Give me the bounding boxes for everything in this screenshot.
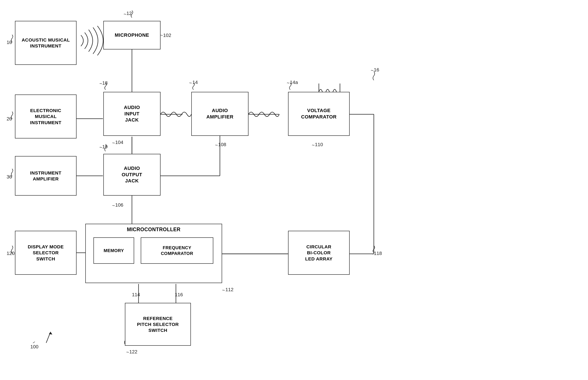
ref-squiggle-108: ~ <box>215 142 218 148</box>
ref-squiggle-19: ~ <box>99 145 102 150</box>
ref-squiggle-112: ~ <box>222 287 225 293</box>
instrument-amplifier-box: INSTRUMENTAMPLIFIER <box>15 156 77 196</box>
audio-input-jack-box: AUDIOINPUTJACK <box>103 92 160 136</box>
microphone-label: MICROPHONE <box>115 32 149 38</box>
acoustic-musical-instrument-box: ACOUSTIC MUSICAL INSTRUMENT <box>15 21 77 65</box>
ref-squiggle-106: ~ <box>112 203 115 209</box>
voltage-comparator-label: VOLTAGECOMPARATOR <box>301 108 336 120</box>
reference-pitch-label: REFERENCEPITCH SELECTORSWITCH <box>137 315 179 333</box>
audio-output-jack-box: AUDIOOUTPUTJACK <box>103 154 160 196</box>
audio-amplifier-box: AUDIOAMPLIFIER <box>191 92 249 136</box>
ref-110: 110 <box>315 142 323 148</box>
voltage-comparator-box: VOLTAGECOMPARATOR <box>288 92 350 136</box>
memory-box: MEMORY <box>94 237 134 264</box>
reference-pitch-selector-box: REFERENCEPITCH SELECTORSWITCH <box>125 303 191 346</box>
diagram-svg <box>0 0 588 380</box>
ref-squiggle-102: ~ <box>160 33 163 38</box>
ref-squiggle-14: ~ <box>189 80 192 86</box>
frequency-comparator-box: FREQUENCYCOMPARATOR <box>141 237 213 264</box>
memory-label: MEMORY <box>104 248 124 253</box>
microcontroller-label: MICROCONTROLLER <box>127 226 180 233</box>
frequency-comparator-label: FREQUENCYCOMPARATOR <box>161 245 193 256</box>
ref-104: 104 <box>115 140 123 145</box>
audio-input-jack-label: AUDIOINPUTJACK <box>124 104 140 123</box>
instrument-amplifier-label: INSTRUMENTAMPLIFIER <box>30 170 61 182</box>
electronic-musical-instrument-box: ELECTRONICMUSICALINSTRUMENT <box>15 95 77 138</box>
audio-output-jack-label: AUDIOOUTPUTJACK <box>122 165 142 184</box>
circular-led-array-box: CIRCULARBI-COLORLED ARRAY <box>288 231 350 275</box>
ref-12: 12 <box>126 11 132 16</box>
microcontroller-box: MICROCONTROLLER MEMORY FREQUENCYCOMPARAT… <box>85 224 222 283</box>
ref-squiggle-120: ~ <box>11 250 13 256</box>
ref-squiggle-20: ~ <box>10 116 13 122</box>
ref-19: 19 <box>102 144 108 150</box>
ref-16: 16 <box>374 67 379 73</box>
audio-amplifier-label: AUDIOAMPLIFIER <box>206 108 233 120</box>
ref-112: 112 <box>225 287 234 293</box>
ref-108: 108 <box>218 142 226 148</box>
ref-squiggle-30: ~ <box>10 174 13 180</box>
acoustic-label: ACOUSTIC MUSICAL INSTRUMENT <box>15 37 76 49</box>
ref-14a: 14a <box>290 79 298 85</box>
ref-squiggle-12: ~ <box>124 11 126 17</box>
ref-squiggle-122: ~ <box>126 349 129 355</box>
microphone-box: MICROPHONE <box>103 21 160 49</box>
ref-squiggle-10: ~ <box>10 39 13 45</box>
ref-squiggle-104: ~ <box>112 140 115 146</box>
ref-squiggle-110: ~ <box>312 142 315 148</box>
display-mode-selector-box: DISPLAY MODESELECTORSWITCH <box>15 231 77 275</box>
ref-114: 114 <box>132 292 140 298</box>
ref-squiggle-118: ~ <box>371 251 373 257</box>
ref-102: 102 <box>163 33 171 38</box>
ref-106: 106 <box>115 202 123 208</box>
ref-squiggle-14a: ~ <box>287 80 290 86</box>
display-mode-label: DISPLAY MODESELECTORSWITCH <box>28 244 64 262</box>
ref-squiggle-16: ~ <box>371 68 373 73</box>
ref-122: 122 <box>129 349 137 355</box>
ref-14: 14 <box>192 79 198 85</box>
electronic-label: ELECTRONICMUSICALINSTRUMENT <box>30 108 61 126</box>
circular-led-label: CIRCULARBI-COLORLED ARRAY <box>305 244 333 262</box>
ref-118: 118 <box>374 250 382 256</box>
ref-squiggle-18: ~ <box>99 81 102 87</box>
ref-116: 116 <box>175 292 183 298</box>
ref-18: 18 <box>102 80 108 86</box>
